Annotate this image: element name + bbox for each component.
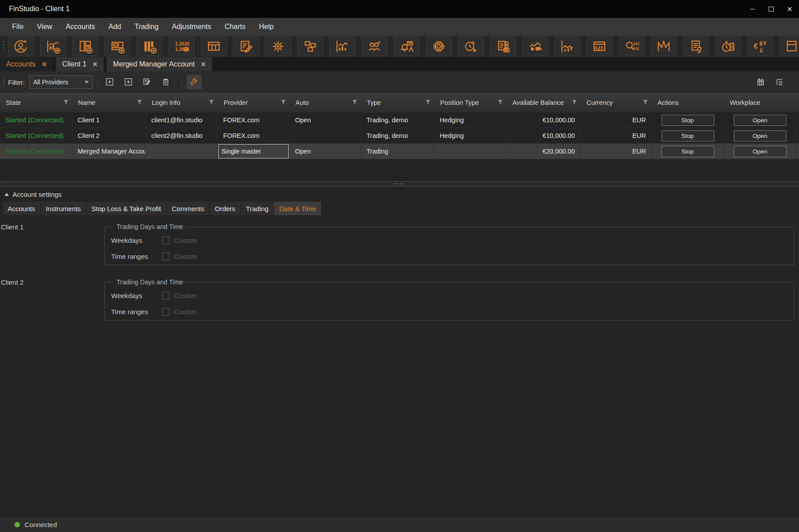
stop-button[interactable]: Stop [662, 115, 714, 126]
filter-funnel-icon[interactable] [280, 99, 287, 106]
tab-merged-manager-account[interactable]: Merged Manager Account× [107, 57, 212, 71]
close-tab-icon[interactable]: × [201, 60, 206, 69]
open-workplace-button[interactable]: Open [734, 115, 787, 126]
tab-accounts[interactable]: Accounts× [0, 57, 53, 71]
filter-funnel-icon[interactable] [642, 99, 649, 106]
custom-checkbox[interactable] [162, 253, 170, 260]
wrench-button[interactable] [187, 75, 202, 89]
close-tab-icon[interactable]: × [93, 60, 98, 69]
toolbar-button-partial[interactable] [779, 37, 799, 56]
add-connection-button[interactable] [121, 75, 136, 89]
edit-list-button[interactable] [140, 75, 155, 89]
menu-add[interactable]: Add [102, 18, 128, 36]
filter-funnel-icon[interactable] [571, 99, 578, 106]
toolbar-button-script-settings[interactable] [683, 37, 709, 56]
add-account-button[interactable] [102, 75, 117, 89]
svg-text:101: 101 [633, 42, 639, 46]
column-label: Workplace [730, 99, 760, 106]
provider-editor[interactable]: Single master [218, 144, 289, 158]
filter-funnel-icon[interactable] [351, 99, 359, 106]
menu-view[interactable]: View [30, 18, 59, 36]
toolbar-button-note-edit[interactable] [233, 37, 259, 56]
menu-charts[interactable]: Charts [218, 18, 252, 36]
column-header-currency[interactable]: Currency [581, 93, 652, 112]
column-chooser-button[interactable] [753, 75, 769, 89]
toolbar-button-scheduler[interactable] [458, 37, 484, 56]
toolbar-button-pattern-chart[interactable] [651, 37, 677, 56]
custom-checkbox[interactable] [162, 237, 170, 244]
menu-file[interactable]: File [5, 18, 30, 36]
column-header-type[interactable]: Type [361, 93, 434, 112]
open-workplace-button[interactable]: Open [734, 146, 787, 157]
column-header-available-balance[interactable]: Available Balance [507, 93, 581, 112]
toolbar-button-chart-add[interactable] [40, 37, 66, 56]
toolbar-button-find-data[interactable]: 101010 [619, 37, 645, 56]
account-settings-header[interactable]: Account settings [0, 187, 799, 202]
close-button[interactable]: × [780, 0, 799, 18]
toolbar-button-board[interactable] [201, 37, 227, 56]
toolbar-button-settings-gear[interactable] [265, 37, 291, 56]
toolbar-button-automation-chip[interactable] [426, 37, 452, 56]
stop-button[interactable]: Stop [662, 146, 714, 157]
toolbar-button-reports-money[interactable] [490, 37, 516, 56]
maximize-button[interactable] [762, 0, 780, 18]
toolbar-button-tick-chart[interactable] [554, 37, 580, 56]
tree-view-button[interactable] [772, 75, 787, 89]
client-section: Client 2Trading Days and TimeWeekdaysCus… [0, 278, 794, 320]
toolbar-button-connections[interactable] [362, 37, 387, 56]
toolbar-button-timer-info[interactable]: i [715, 37, 741, 56]
cell-value: €10,000.00 [542, 132, 575, 139]
column-header-name[interactable]: Name [72, 93, 146, 112]
toolbar-button-quote-add[interactable]: 1.203561.2035 [169, 37, 195, 56]
filter-funnel-icon[interactable] [208, 99, 216, 106]
account-row[interactable]: Started (Connected)Merged Manager Accoun… [0, 144, 799, 159]
filter-funnel-icon[interactable] [497, 99, 504, 106]
settings-tab-trading[interactable]: Trading [241, 202, 273, 215]
settings-tab-date-time[interactable]: Date & Time [274, 202, 321, 215]
custom-checkbox[interactable] [162, 292, 170, 299]
toolbar-button-workspace-add[interactable] [104, 37, 130, 56]
settings-tab-instruments[interactable]: Instruments [41, 202, 86, 215]
close-tab-icon[interactable]: × [42, 60, 47, 69]
column-header-workplace[interactable]: Workplace [724, 93, 796, 112]
column-header-actions[interactable]: Actions [652, 93, 724, 112]
filter-funnel-icon[interactable] [136, 99, 144, 106]
toolbar-grip[interactable] [3, 41, 4, 52]
custom-checkbox[interactable] [162, 308, 170, 316]
toolbar-button-notifications[interactable] [394, 37, 420, 56]
toolbar-button-columns-add[interactable] [137, 37, 162, 56]
cell-value: Trading [366, 148, 388, 155]
minimize-button[interactable] [743, 0, 762, 18]
toolbar-button-code-editor[interactable] [587, 37, 612, 56]
settings-tab-stop-loss-take-profit[interactable]: Stop Loss & Take Profit [87, 202, 166, 215]
menu-help[interactable]: Help [252, 18, 280, 36]
stop-button[interactable]: Stop [662, 130, 714, 141]
column-header-auto[interactable]: Auto [290, 93, 361, 112]
filter-funnel-icon[interactable] [424, 99, 432, 106]
toolbar-button-windows-layout[interactable] [297, 37, 323, 56]
column-header-provider[interactable]: Provider [218, 93, 290, 112]
column-header-position-type[interactable]: Position Type [434, 93, 507, 112]
toolbar-button-market-watch[interactable] [329, 37, 355, 56]
tab-client-1[interactable]: Client 1× [56, 57, 104, 71]
toolbar-button-account-sync[interactable] [8, 37, 34, 56]
menu-trading[interactable]: Trading [128, 18, 165, 36]
menu-accounts[interactable]: Accounts [59, 18, 102, 36]
filter-funnel-icon[interactable] [62, 99, 70, 106]
account-row[interactable]: Started (Connected)Client 1client1@fin.s… [0, 112, 799, 128]
column-header-state[interactable]: State [0, 93, 72, 112]
provider-filter-dropdown[interactable]: All Providers [29, 75, 93, 89]
toolbar-button-panels-add[interactable] [72, 37, 98, 56]
settings-tab-comments[interactable]: Comments [167, 202, 209, 215]
toolbar-button-chart-objects[interactable] [522, 37, 548, 56]
open-workplace-button[interactable]: Open [734, 130, 787, 141]
toolbar-button-currency-converter[interactable]: €$¥£ [747, 37, 773, 56]
account-row[interactable]: Started (Connected)Client 2client2@fin.s… [0, 128, 799, 144]
filterbar-grip[interactable] [3, 76, 4, 88]
splitter[interactable] [0, 181, 799, 187]
settings-tab-orders[interactable]: Orders [210, 202, 240, 215]
menu-adjustments[interactable]: Adjustments [165, 18, 218, 36]
delete-button[interactable] [158, 75, 174, 89]
column-header-login-info[interactable]: Login Info [146, 93, 218, 112]
settings-tab-accounts[interactable]: Accounts [3, 202, 40, 215]
